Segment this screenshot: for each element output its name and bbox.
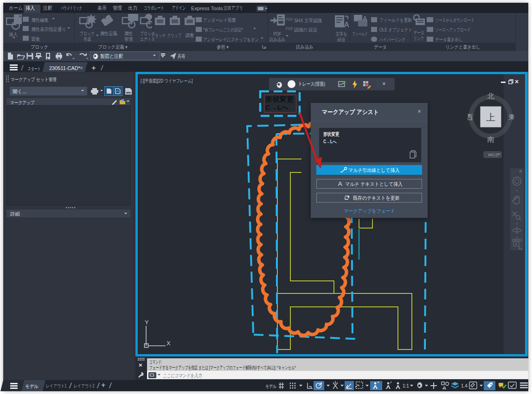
svg-text:東: 東 <box>509 113 514 121</box>
svg-text:DWF: DWF <box>126 92 131 94</box>
svg-text:西: 西 <box>468 113 473 121</box>
svg-text:1.4: 1.4 <box>461 383 468 388</box>
svg-text:A: A <box>344 21 349 29</box>
svg-text:上: 上 <box>486 112 495 122</box>
svg-text:WCS: WCS <box>488 152 498 157</box>
svg-text:A: A <box>363 15 367 22</box>
svg-text:Y: Y <box>145 319 149 326</box>
svg-text:1:1: 1:1 <box>403 383 409 388</box>
svg-text:北: 北 <box>487 93 494 100</box>
svg-text:X: X <box>167 340 171 347</box>
svg-text:南: 南 <box>487 135 494 143</box>
